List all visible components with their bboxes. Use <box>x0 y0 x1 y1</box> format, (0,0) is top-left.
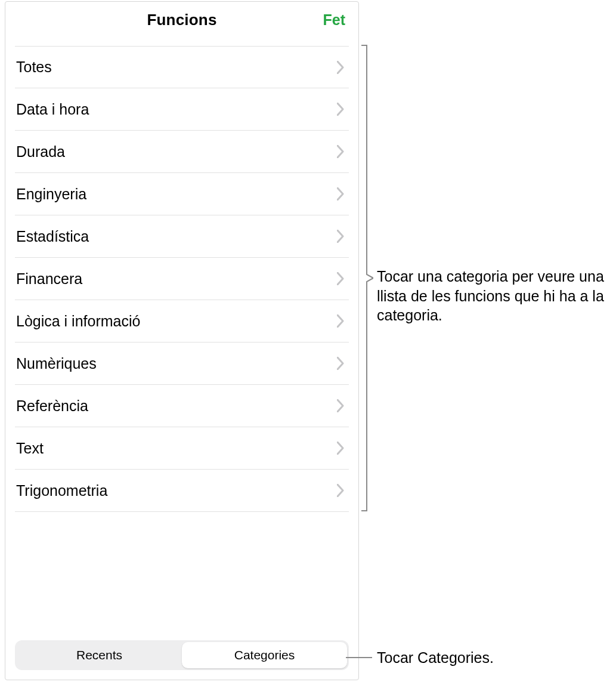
chevron-right-icon <box>337 145 344 158</box>
category-item-durada[interactable]: Durada <box>15 131 349 173</box>
category-item-referencia[interactable]: Referència <box>15 385 349 427</box>
category-label: Totes <box>16 58 52 76</box>
category-label: Data i hora <box>16 101 89 118</box>
category-label: Estadística <box>16 228 89 245</box>
category-item-totes[interactable]: Totes <box>15 46 349 88</box>
category-item-numeriques[interactable]: Numèriques <box>15 342 349 385</box>
annotation-categories-tab-hint: Tocar Categories. <box>377 648 615 668</box>
chevron-right-icon <box>337 61 344 74</box>
category-label: Text <box>16 440 44 457</box>
category-label: Lògica i informació <box>16 313 140 330</box>
chevron-right-icon <box>337 442 344 455</box>
category-label: Referència <box>16 397 88 415</box>
chevron-right-icon <box>337 187 344 200</box>
functions-panel: Funcions Fet Totes Data i hora Durada En… <box>5 1 359 680</box>
callout-line-icon <box>346 657 372 658</box>
category-item-logica[interactable]: Lògica i informació <box>15 300 349 342</box>
chevron-right-icon <box>337 230 344 243</box>
chevron-right-icon <box>337 103 344 116</box>
chevron-right-icon <box>337 314 344 328</box>
category-label: Numèriques <box>16 355 97 372</box>
callout-bracket-icon <box>361 45 373 511</box>
tab-bar: Recents Categories <box>15 640 349 670</box>
panel-title: Funcions <box>147 11 216 29</box>
category-list: Totes Data i hora Durada Enginyeria Esta… <box>5 38 358 640</box>
category-item-data-i-hora[interactable]: Data i hora <box>15 88 349 131</box>
panel-header: Funcions Fet <box>5 2 358 38</box>
category-label: Trigonometria <box>16 482 107 499</box>
chevron-right-icon <box>337 357 344 370</box>
category-label: Durada <box>16 143 65 161</box>
category-item-text[interactable]: Text <box>15 427 349 470</box>
category-label: Enginyeria <box>16 186 86 203</box>
chevron-right-icon <box>337 399 344 412</box>
category-item-enginyeria[interactable]: Enginyeria <box>15 173 349 215</box>
category-item-financera[interactable]: Financera <box>15 258 349 300</box>
tab-recents[interactable]: Recents <box>17 642 182 668</box>
chevron-right-icon <box>337 272 344 285</box>
category-item-estadistica[interactable]: Estadística <box>15 215 349 258</box>
annotation-category-hint: Tocar una categoria per veure una llista… <box>377 267 615 325</box>
category-item-trigonometria[interactable]: Trigonometria <box>15 470 349 512</box>
tab-categories[interactable]: Categories <box>182 642 347 668</box>
chevron-right-icon <box>337 484 344 497</box>
category-label: Financera <box>16 270 82 288</box>
done-button[interactable]: Fet <box>323 11 346 29</box>
